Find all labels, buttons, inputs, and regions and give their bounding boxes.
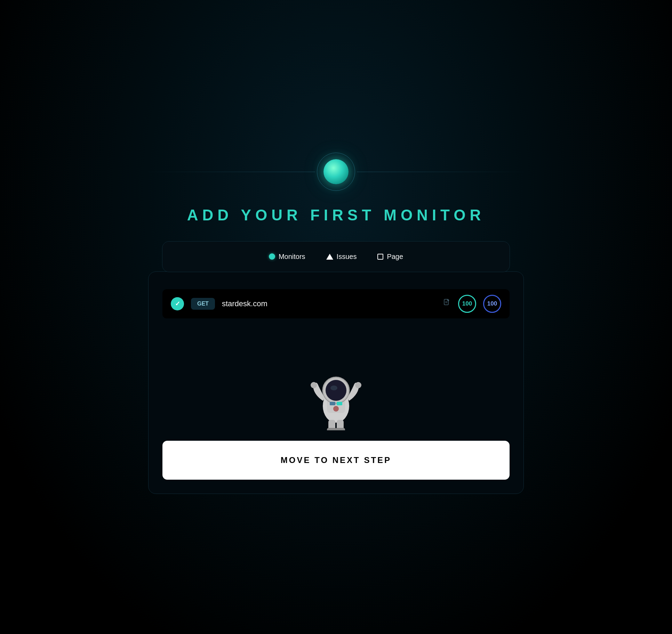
score-badge-green: 100	[458, 295, 476, 313]
connector-line-left	[145, 172, 315, 172]
main-container: ADD YOUR FIRST MONITOR Monitors Issues P…	[145, 140, 527, 494]
monitor-row[interactable]: ✓ GET stardesk.com 100 100	[162, 289, 510, 318]
tab-monitors-label: Monitors	[279, 253, 305, 261]
svg-rect-14	[335, 428, 345, 430]
svg-point-7	[330, 385, 337, 390]
page-title: ADD YOUR FIRST MONITOR	[187, 206, 485, 224]
status-check-circle: ✓	[171, 297, 184, 310]
svg-rect-16	[337, 402, 342, 405]
monitor-url: stardesk.com	[222, 299, 436, 308]
svg-rect-15	[330, 402, 335, 405]
svg-point-17	[333, 406, 339, 412]
tab-page-label: Page	[387, 253, 403, 261]
orb-circle	[317, 153, 355, 191]
monitors-dot-icon	[269, 253, 275, 260]
issues-triangle-icon	[326, 254, 333, 260]
tab-issues[interactable]: Issues	[326, 253, 357, 261]
move-to-next-step-button[interactable]: MOVE TO NEXT STEP	[162, 441, 510, 480]
http-method-badge: GET	[191, 298, 215, 310]
tab-monitors[interactable]: Monitors	[269, 253, 305, 261]
score-badge-blue: 100	[483, 295, 501, 313]
astronaut-illustration	[308, 361, 364, 430]
astronaut-area	[162, 325, 510, 430]
svg-rect-13	[327, 428, 337, 430]
svg-point-9	[311, 382, 317, 388]
monitor-card: ✓ GET stardesk.com 100 100	[148, 271, 524, 494]
check-icon: ✓	[175, 300, 180, 308]
svg-point-10	[355, 382, 361, 388]
svg-point-6	[326, 380, 346, 401]
tab-issues-label: Issues	[337, 253, 357, 261]
file-icon	[443, 299, 451, 309]
tab-page[interactable]: Page	[377, 253, 403, 261]
orb-inner	[323, 159, 349, 184]
top-node-area	[145, 140, 527, 203]
tabs-card: Monitors Issues Page	[162, 241, 510, 272]
connector-line-right	[357, 172, 527, 172]
page-square-icon	[377, 254, 383, 260]
